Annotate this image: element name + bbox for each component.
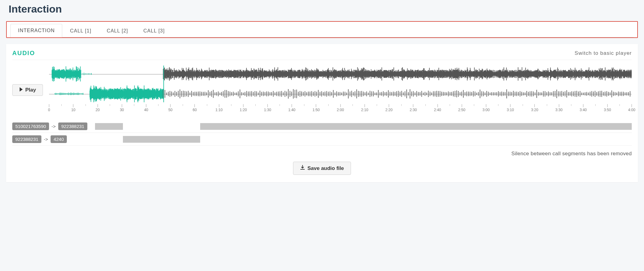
timeline-minor-tick <box>377 104 377 106</box>
timeline-minor-tick <box>474 104 474 106</box>
timeline-tick: 2:10 <box>361 104 368 112</box>
timeline-minor-tick <box>183 104 183 106</box>
timeline-minor-tick <box>304 104 304 106</box>
download-icon <box>300 165 305 171</box>
audio-panel: AUDIO Switch to basic player Play 010203… <box>6 44 638 182</box>
timeline-minor-tick <box>280 104 280 106</box>
timeline-minor-tick <box>571 104 571 106</box>
tab-call-1[interactable]: CALL [1] <box>62 24 99 37</box>
play-icon <box>19 87 23 93</box>
timeline-minor-tick <box>425 104 426 106</box>
timeline-tick: 3:00 <box>482 104 490 112</box>
segment-to-badge: 922388231 <box>58 122 87 130</box>
timeline-minor-tick <box>595 104 596 106</box>
timeline-tick: 2:00 <box>337 104 344 112</box>
timeline-minor-tick <box>255 104 256 106</box>
timeline-minor-tick <box>110 104 110 106</box>
tab-interaction[interactable]: INTERACTION <box>10 24 62 37</box>
tab-call-3[interactable]: CALL [3] <box>136 24 173 37</box>
timeline-tick: 3:20 <box>531 104 538 112</box>
segment-arrow: -> <box>51 124 56 129</box>
save-audio-button[interactable]: Save audio file <box>293 162 351 175</box>
timeline-tick: 3:10 <box>507 104 514 112</box>
waveform-svg-top <box>49 66 632 82</box>
segment-from-badge: 510021763590 <box>12 122 49 130</box>
segment-to-badge: 4240 <box>51 135 67 143</box>
playhead[interactable] <box>163 66 164 102</box>
timeline-minor-tick <box>619 104 620 106</box>
timeline-tick: 1:50 <box>313 104 320 112</box>
timeline-tick: 3:30 <box>555 104 562 112</box>
timeline-minor-tick <box>158 104 158 106</box>
play-button[interactable]: Play <box>12 84 43 96</box>
timeline-tick: 0 <box>48 104 50 112</box>
segment-bar <box>95 123 123 130</box>
segment-bar <box>200 123 632 130</box>
timeline-minor-tick <box>328 104 329 106</box>
segment-arrow: -> <box>44 137 48 142</box>
timeline-tick: 20 <box>96 104 100 112</box>
timeline-tick: 2:50 <box>458 104 465 112</box>
timeline-tick: 3:40 <box>580 104 587 112</box>
tab-call-2[interactable]: CALL [2] <box>99 24 136 37</box>
timeline-tick: 1:30 <box>264 104 271 112</box>
tabs-row: INTERACTION CALL [1] CALL [2] CALL [3] <box>10 24 634 37</box>
segment-timeline[interactable] <box>95 136 632 143</box>
timeline-tick: 60 <box>193 104 197 112</box>
timeline-tick: 50 <box>168 104 172 112</box>
segment-row: 922388231 -> 4240 <box>12 133 632 146</box>
timeline-minor-tick <box>134 104 134 106</box>
timeline-tick: 1:20 <box>240 104 247 112</box>
timeline-tick: 2:30 <box>410 104 417 112</box>
timeline-tick: 30 <box>120 104 124 112</box>
waveform-svg-bottom <box>49 85 632 102</box>
timeline-minor-tick <box>61 104 62 106</box>
segment-from-badge: 922388231 <box>12 135 41 143</box>
waveform-area[interactable]: 01020304050601:101:201:301:401:502:002:1… <box>49 66 632 115</box>
segment-timeline[interactable] <box>95 123 632 130</box>
save-audio-label: Save audio file <box>307 165 344 171</box>
segments-list: 510021763590 -> 922388231 922388231 -> 4… <box>12 120 632 146</box>
timeline-tick: 2:20 <box>385 104 392 112</box>
play-button-label: Play <box>25 87 36 93</box>
timeline[interactable]: 01020304050601:101:201:301:401:502:002:1… <box>49 104 632 113</box>
waveform-track-top <box>49 66 632 82</box>
timeline-tick: 1:10 <box>215 104 223 112</box>
segment-row: 510021763590 -> 922388231 <box>12 120 632 133</box>
switch-player-link[interactable]: Switch to basic player <box>575 50 632 56</box>
timeline-minor-tick <box>86 104 86 106</box>
audio-title: AUDIO <box>12 50 35 57</box>
timeline-minor-tick <box>401 104 402 106</box>
timeline-tick: 4:00 <box>628 104 635 112</box>
waveform-row: Play 01020304050601:101:201:301:401:502:… <box>12 66 632 115</box>
timeline-minor-tick <box>231 104 231 106</box>
save-row: Save audio file <box>12 162 632 175</box>
timeline-minor-tick <box>450 104 450 106</box>
timeline-minor-tick <box>352 104 353 106</box>
waveform-track-bottom <box>49 85 632 102</box>
silence-note: Silence between call segments has been r… <box>12 151 632 157</box>
timeline-minor-tick <box>207 104 207 106</box>
timeline-minor-tick <box>547 104 547 106</box>
timeline-tick: 40 <box>144 104 148 112</box>
timeline-tick: 10 <box>71 104 75 112</box>
page-title: Interaction <box>9 3 638 15</box>
timeline-tick: 2:40 <box>434 104 441 112</box>
audio-header: AUDIO Switch to basic player <box>12 50 632 60</box>
timeline-minor-tick <box>498 104 498 106</box>
timeline-minor-tick <box>523 104 523 106</box>
tabs-highlight-box: INTERACTION CALL [1] CALL [2] CALL [3] <box>6 21 638 38</box>
timeline-tick: 3:50 <box>604 104 611 112</box>
segment-bar <box>123 136 200 143</box>
timeline-tick: 1:40 <box>288 104 295 112</box>
